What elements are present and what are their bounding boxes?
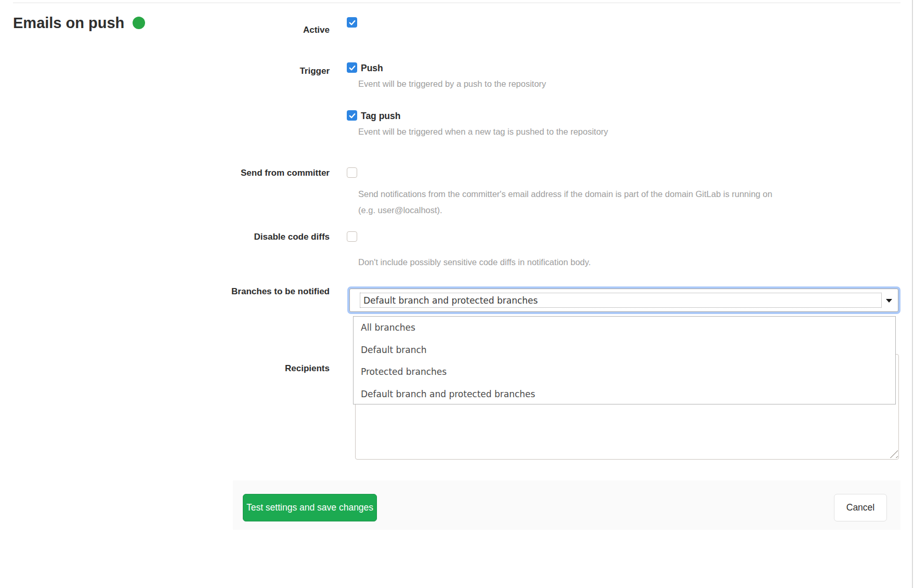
select-option-default-and-protected[interactable]: Default branch and protected branches	[354, 383, 895, 406]
send-from-committer-checkbox[interactable]	[347, 167, 357, 178]
tag-push-trigger-label[interactable]: Tag push	[361, 110, 400, 122]
disable-code-diffs-checkbox[interactable]	[347, 231, 357, 242]
field-label-trigger: Trigger	[226, 63, 330, 79]
field-label-active: Active	[226, 22, 330, 38]
tag-push-trigger-checkbox[interactable]	[347, 110, 357, 121]
field-label-recipients: Recipients	[226, 361, 330, 376]
chevron-down-icon[interactable]	[886, 299, 892, 303]
branches-to-be-notified-select[interactable]: Default branch and protected branches	[349, 289, 898, 312]
cancel-button[interactable]: Cancel	[834, 494, 887, 521]
select-option-default-branch[interactable]: Default branch	[354, 339, 895, 361]
right-page-edge	[912, 0, 913, 588]
active-status-dot-icon	[133, 17, 145, 29]
field-label-send-from-committer: Send from committer	[226, 165, 330, 181]
branches-select-dropdown: All branches Default branch Protected br…	[353, 316, 896, 404]
top-divider	[13, 3, 900, 3]
push-trigger-description: Event will be triggered by a push to the…	[358, 77, 546, 90]
branches-selected-value: Default branch and protected branches	[363, 289, 538, 311]
integration-header: Emails on push	[13, 14, 145, 32]
disable-code-diffs-description: Don't include possibly sensitive code di…	[358, 256, 591, 268]
test-settings-save-button[interactable]: Test settings and save changes	[243, 494, 377, 521]
page-title: Emails on push	[13, 14, 124, 32]
tag-push-trigger-description: Event will be triggered when a new tag i…	[358, 125, 608, 138]
field-label-branches-to-be-notified: Branches to be notified	[226, 284, 330, 299]
checkmark-icon	[348, 19, 356, 27]
checkmark-icon	[348, 64, 356, 72]
send-from-committer-description: Send notifications from the committer's …	[358, 186, 790, 218]
select-option-protected-branches[interactable]: Protected branches	[354, 361, 895, 383]
select-option-all-branches[interactable]: All branches	[354, 317, 895, 339]
emails-on-push-settings-page: Emails on push Active Trigger Send from …	[0, 0, 914, 588]
push-trigger-label[interactable]: Push	[361, 62, 383, 74]
push-trigger-checkbox[interactable]	[347, 62, 357, 73]
active-checkbox[interactable]	[347, 17, 357, 28]
field-label-disable-code-diffs: Disable code diffs	[226, 229, 330, 245]
checkmark-icon	[348, 112, 356, 120]
